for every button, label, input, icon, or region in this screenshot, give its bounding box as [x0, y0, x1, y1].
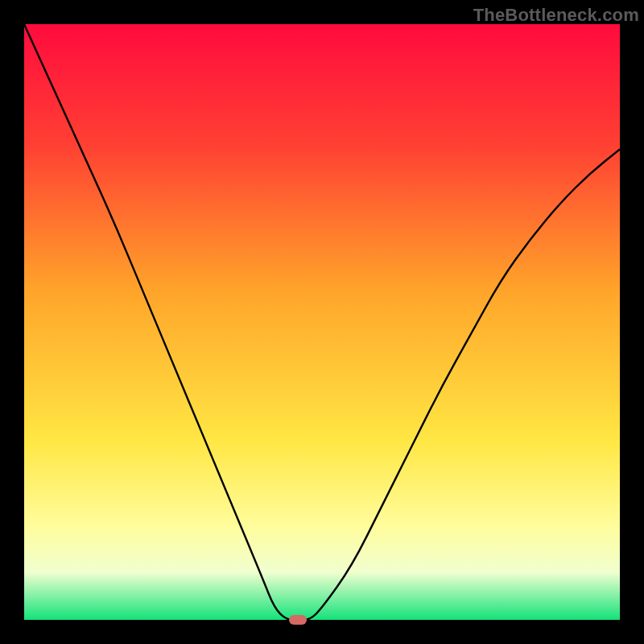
optimal-marker	[289, 615, 307, 625]
watermark-text: TheBottleneck.com	[473, 5, 639, 26]
chart-container: TheBottleneck.com	[0, 0, 644, 644]
bottleneck-curve	[24, 24, 620, 620]
plot-area	[24, 24, 620, 620]
curve-layer	[24, 24, 620, 620]
